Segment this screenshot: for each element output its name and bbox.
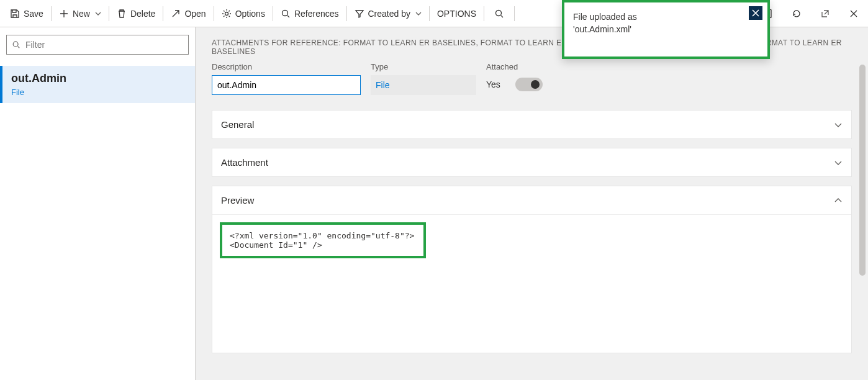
attached-label: Attached	[486, 62, 543, 71]
scrollbar[interactable]	[859, 65, 866, 276]
created-by-label: Created by	[368, 9, 410, 19]
toggle-knob	[531, 80, 540, 89]
close-icon	[849, 9, 859, 19]
section-attachment-title: Attachment	[221, 157, 268, 168]
toolbar-divider	[51, 6, 52, 21]
description-input[interactable]	[212, 75, 361, 95]
sidebar-list: out.Admin File	[0, 66, 195, 103]
toolbar-divider	[429, 6, 430, 21]
field-row: Description Type File Attached Yes	[212, 62, 852, 95]
attached-field: Attached Yes	[486, 62, 543, 95]
trash-icon	[117, 9, 127, 19]
refresh-icon	[792, 9, 802, 19]
open-arrow-icon	[171, 9, 181, 19]
scrollbar-thumb[interactable]	[859, 65, 866, 276]
preview-code: <?xml version="1.0" encoding="utf-8"?> <…	[220, 222, 426, 258]
svg-point-0	[225, 12, 228, 15]
search-button[interactable]	[486, 0, 513, 27]
delete-button[interactable]: Delete	[111, 0, 161, 27]
section-attachment: Attachment	[212, 148, 852, 177]
close-icon	[752, 9, 759, 17]
svg-point-1	[282, 10, 287, 16]
section-preview-title: Preview	[221, 195, 254, 206]
chevron-down-icon	[95, 11, 101, 17]
section-preview: Preview <?xml version="1.0" encoding="ut…	[212, 186, 852, 353]
svg-point-2	[496, 10, 502, 16]
list-item-subtitle: File	[11, 88, 186, 97]
toast-content: File uploaded as 'out.Admin.xml'	[564, 2, 767, 57]
toolbar-divider	[273, 6, 273, 21]
main-panel: ATTACHMENTS FOR REFERENCE: FORMAT TO LEA…	[196, 27, 868, 380]
filter-input[interactable]	[24, 39, 183, 50]
section-general: General	[212, 110, 852, 139]
references-button[interactable]: References	[274, 0, 345, 27]
chevron-down-icon	[834, 158, 843, 167]
gear-icon	[222, 9, 232, 19]
toolbar-divider	[346, 6, 347, 21]
section-preview-header[interactable]: Preview	[212, 186, 851, 214]
references-label: References	[294, 9, 339, 19]
options-caps-label: OPTIONS	[437, 9, 476, 19]
toolbar-divider	[514, 6, 515, 21]
close-button[interactable]	[839, 0, 868, 27]
toolbar-divider	[109, 6, 109, 21]
attached-value: Yes	[486, 79, 500, 89]
search-icon	[281, 9, 291, 19]
chevron-up-icon	[834, 196, 843, 205]
plus-icon	[59, 9, 69, 19]
list-item[interactable]: out.Admin File	[0, 66, 195, 103]
type-label: Type	[371, 62, 476, 71]
toolbar-divider	[484, 6, 484, 21]
sidebar: out.Admin File	[0, 27, 196, 380]
delete-label: Delete	[130, 9, 155, 19]
search-icon	[494, 9, 504, 19]
refresh-button[interactable]	[782, 0, 811, 27]
search-icon	[12, 40, 20, 49]
toolbar-divider	[163, 6, 163, 21]
filter-box[interactable]	[6, 35, 189, 55]
description-field: Description	[212, 62, 361, 95]
svg-point-3	[13, 42, 18, 47]
section-general-header[interactable]: General	[212, 111, 851, 138]
open-label: Open	[184, 9, 206, 19]
options-button[interactable]: Options	[215, 0, 271, 27]
save-icon	[10, 9, 20, 19]
open-button[interactable]: Open	[165, 0, 212, 27]
save-label: Save	[24, 9, 43, 19]
section-general-title: General	[221, 119, 254, 130]
description-label: Description	[212, 62, 361, 71]
type-value[interactable]: File	[371, 75, 476, 95]
upload-toast: File uploaded as 'out.Admin.xml'	[562, 0, 770, 59]
chevron-down-icon	[834, 120, 843, 129]
toolbar-right	[754, 0, 868, 27]
new-button[interactable]: New	[53, 0, 107, 27]
list-item-title: out.Admin	[11, 72, 186, 85]
chevron-down-icon	[415, 11, 422, 17]
options-label: Options	[235, 9, 265, 19]
main-layout: out.Admin File ATTACHMENTS FOR REFERENCE…	[0, 27, 868, 380]
save-button[interactable]: Save	[4, 0, 50, 27]
created-by-button[interactable]: Created by	[348, 0, 428, 27]
toast-close-button[interactable]	[749, 6, 762, 20]
popout-button[interactable]	[811, 0, 839, 27]
toolbar-divider	[214, 6, 214, 21]
type-field: Type File	[371, 62, 476, 95]
toast-line2: 'out.Admin.xml'	[573, 24, 631, 34]
filter-icon	[355, 9, 364, 19]
popout-icon	[820, 9, 830, 19]
section-attachment-header[interactable]: Attachment	[212, 148, 851, 176]
options-caps-button[interactable]: OPTIONS	[431, 0, 482, 27]
section-preview-body: <?xml version="1.0" encoding="utf-8"?> <…	[212, 214, 851, 266]
toast-line1: File uploaded as	[573, 12, 637, 22]
new-label: New	[73, 9, 90, 19]
attached-toggle[interactable]	[515, 78, 543, 91]
